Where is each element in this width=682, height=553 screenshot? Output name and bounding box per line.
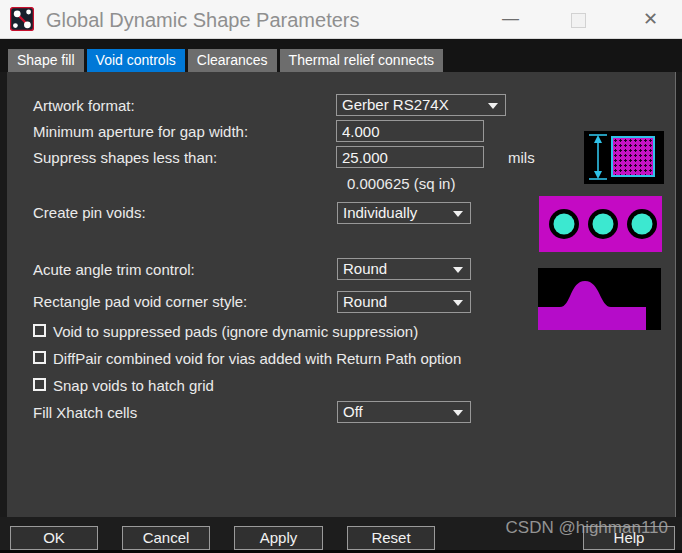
help-button[interactable]: Help: [583, 526, 675, 550]
diffpair-combined-void-label[interactable]: DiffPair combined void for vias added wi…: [53, 350, 461, 367]
void-controls-panel: Artwork format: Gerber RS274X Minimum ap…: [7, 72, 676, 517]
minimize-button[interactable]: —: [488, 0, 533, 38]
maximize-button[interactable]: [571, 13, 586, 28]
artwork-format-value: Gerber RS274X: [342, 96, 449, 113]
chevron-down-icon: [453, 267, 463, 273]
apply-button[interactable]: Apply: [234, 526, 323, 550]
cancel-button[interactable]: Cancel: [122, 526, 210, 550]
ok-button[interactable]: OK: [10, 526, 98, 550]
button-bar: [0, 517, 682, 550]
tab-shape-fill[interactable]: Shape fill: [8, 49, 84, 72]
suppress-shapes-label: Suppress shapes less than:: [33, 149, 217, 166]
fill-xhatch-value: Off: [343, 403, 363, 420]
snap-voids-hatch-grid-checkbox[interactable]: [33, 378, 46, 391]
artwork-format-dropdown[interactable]: Gerber RS274X: [336, 94, 506, 116]
void-suppressed-pads-checkbox[interactable]: [33, 324, 46, 337]
diffpair-combined-void-checkbox[interactable]: [33, 351, 46, 364]
fill-xhatch-dropdown[interactable]: Off: [337, 401, 471, 423]
tab-strip: Shape fill Void controls Clearances Ther…: [0, 39, 682, 72]
chevron-down-icon: [453, 410, 463, 416]
window-title: Global Dynamic Shape Parameters: [46, 0, 359, 38]
mils-unit-label: mils: [508, 149, 535, 166]
gap-width-illustration: [584, 131, 664, 184]
acute-trim-dropdown[interactable]: Round: [337, 258, 471, 280]
min-aperture-label: Minimum aperture for gap width:: [33, 123, 248, 140]
reset-button[interactable]: Reset: [347, 526, 435, 550]
rect-corner-label: Rectangle pad void corner style:: [33, 293, 247, 310]
tab-void-controls[interactable]: Void controls: [87, 49, 185, 72]
snap-voids-hatch-grid-label[interactable]: Snap voids to hatch grid: [53, 377, 214, 394]
tab-clearances[interactable]: Clearances: [188, 49, 277, 72]
create-pin-voids-value: Individually: [343, 204, 417, 221]
pin-voids-illustration: [539, 196, 662, 252]
app-icon: [10, 7, 34, 31]
chevron-down-icon: [488, 103, 498, 109]
acute-trim-value: Round: [343, 260, 387, 277]
stippled-pad-icon: [611, 136, 655, 177]
rect-corner-value: Round: [343, 293, 387, 310]
title-bar: Global Dynamic Shape Parameters — ✕: [0, 0, 682, 39]
void-suppressed-pads-label[interactable]: Void to suppressed pads (ignore dynamic …: [53, 323, 418, 340]
close-button[interactable]: ✕: [628, 0, 673, 38]
fill-xhatch-label: Fill Xhatch cells: [33, 404, 137, 421]
rect-corner-dropdown[interactable]: Round: [337, 291, 471, 313]
tab-thermal-relief-connects[interactable]: Thermal relief connects: [280, 49, 444, 72]
create-pin-voids-dropdown[interactable]: Individually: [337, 202, 471, 224]
artwork-format-label: Artwork format:: [33, 97, 135, 114]
chevron-down-icon: [453, 300, 463, 306]
min-aperture-input[interactable]: [336, 120, 484, 142]
area-note-label: 0.000625 (sq in): [347, 175, 455, 192]
chevron-down-icon: [453, 211, 463, 217]
acute-trim-label: Acute angle trim control:: [33, 261, 195, 278]
create-pin-voids-label: Create pin voids:: [33, 204, 146, 221]
suppress-shapes-input[interactable]: [336, 146, 484, 168]
round-trim-illustration: [538, 268, 661, 330]
